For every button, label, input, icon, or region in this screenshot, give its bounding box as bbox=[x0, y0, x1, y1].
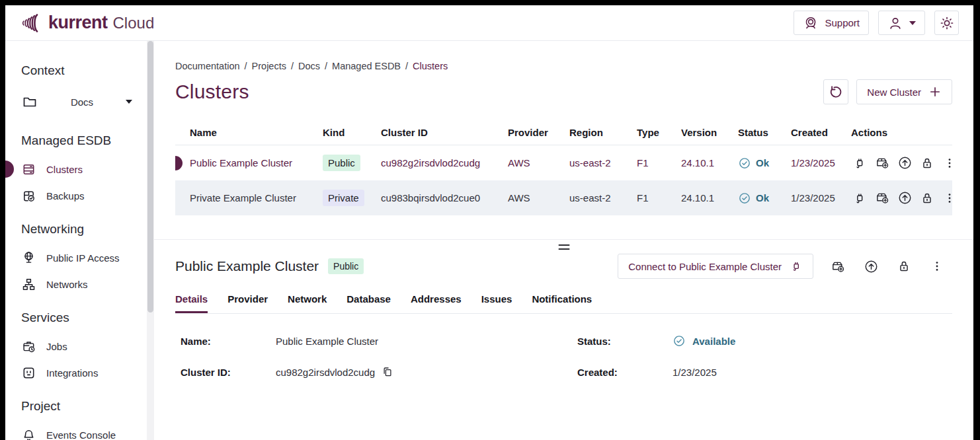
kebab-menu-icon[interactable] bbox=[928, 258, 946, 275]
column-header-cluster-id: Cluster ID bbox=[381, 127, 508, 138]
kind-badge: Private bbox=[323, 190, 364, 206]
tab-network[interactable]: Network bbox=[288, 293, 327, 313]
context-select-value: Docs bbox=[38, 96, 126, 108]
sidebar-item-label: Clusters bbox=[46, 164, 83, 175]
kurrent-cloud-logo[interactable]: kurrent Cloud bbox=[21, 13, 154, 33]
tab-provider[interactable]: Provider bbox=[227, 293, 268, 313]
sidebar-item-networks[interactable]: Networks bbox=[21, 271, 132, 297]
column-header-region: Region bbox=[569, 127, 637, 138]
breadcrumb-managed-esdb[interactable]: Managed ESDB bbox=[332, 61, 401, 71]
upgrade-arrow-icon[interactable] bbox=[896, 155, 913, 172]
sidebar-item-integrations[interactable]: Integrations bbox=[21, 359, 132, 386]
copy-icon[interactable] bbox=[382, 366, 393, 378]
sidebar-item-events-console[interactable]: Events Console bbox=[21, 422, 132, 440]
cell-type: F1 bbox=[637, 192, 681, 203]
sidebar-item-label: Integrations bbox=[46, 367, 98, 379]
create-backup-icon[interactable] bbox=[874, 155, 891, 172]
brand-suffix: Cloud bbox=[113, 14, 155, 32]
create-backup-icon[interactable] bbox=[874, 190, 891, 207]
top-header: kurrent Cloud Support bbox=[5, 5, 973, 41]
new-cluster-label: New Cluster bbox=[867, 87, 921, 98]
tab-details[interactable]: Details bbox=[175, 293, 208, 313]
status-text: Available bbox=[692, 336, 735, 347]
tab-addresses[interactable]: Addresses bbox=[411, 293, 462, 313]
field-label-name: Name: bbox=[175, 336, 276, 347]
refresh-button[interactable] bbox=[823, 79, 848, 104]
user-menu-button[interactable] bbox=[878, 11, 925, 35]
breadcrumb-projects[interactable]: Projects bbox=[252, 61, 286, 71]
breadcrumb-current: Clusters bbox=[413, 61, 448, 71]
theme-toggle-button[interactable] bbox=[934, 11, 959, 35]
cell-actions bbox=[851, 190, 958, 207]
breadcrumb-docs[interactable]: Docs bbox=[298, 61, 320, 71]
cell-name: Public Example Cluster bbox=[190, 157, 292, 168]
clusters-icon bbox=[21, 162, 36, 177]
column-header-kind: Kind bbox=[323, 127, 381, 138]
check-circle-icon bbox=[673, 334, 686, 348]
support-agent-icon bbox=[803, 15, 819, 31]
sidebar-item-public-ip-access[interactable]: Public IP Access bbox=[21, 244, 132, 271]
globe-network-icon bbox=[21, 250, 36, 266]
kebab-menu-icon[interactable] bbox=[941, 155, 958, 172]
cell-created: 1/23/2025 bbox=[791, 157, 851, 168]
sidebar-scrollbar-thumb[interactable] bbox=[147, 41, 153, 312]
breadcrumb-documentation[interactable]: Documentation bbox=[175, 61, 240, 71]
cell-status: Ok bbox=[738, 192, 791, 205]
drag-handle-icon[interactable] bbox=[558, 244, 569, 250]
cell-type: F1 bbox=[637, 157, 681, 168]
cell-provider: AWS bbox=[508, 157, 569, 168]
upgrade-arrow-icon[interactable] bbox=[896, 190, 913, 207]
tab-notifications[interactable]: Notifications bbox=[532, 293, 592, 313]
tab-database[interactable]: Database bbox=[347, 293, 391, 313]
connect-plug-icon[interactable] bbox=[851, 190, 868, 207]
column-header-type: Type bbox=[637, 127, 681, 138]
table-row[interactable]: Public Example Cluster Public cu982g2irs… bbox=[175, 145, 952, 180]
kurrent-waves-icon bbox=[21, 14, 42, 32]
lock-icon[interactable] bbox=[895, 258, 913, 275]
field-value-status: Available bbox=[673, 334, 735, 348]
connect-plug-icon[interactable] bbox=[851, 155, 868, 172]
new-cluster-button[interactable]: New Cluster bbox=[856, 79, 952, 104]
field-label-cluster-id: Cluster ID: bbox=[175, 367, 276, 378]
kebab-menu-icon[interactable] bbox=[941, 190, 958, 207]
lock-icon[interactable] bbox=[919, 190, 936, 207]
active-indicator bbox=[5, 161, 14, 178]
section-title-context: Context bbox=[21, 63, 132, 78]
column-header-status: Status bbox=[738, 127, 791, 138]
upgrade-arrow-icon[interactable] bbox=[862, 258, 879, 275]
folder-icon bbox=[21, 94, 38, 110]
detail-fields: Name: Public Example Cluster Status: Ava… bbox=[175, 334, 952, 379]
user-icon bbox=[887, 15, 903, 31]
detail-kind-badge: Public bbox=[328, 258, 364, 274]
status-text: Ok bbox=[756, 157, 769, 168]
connect-to-cluster-button[interactable]: Connect to Public Example Cluster bbox=[618, 254, 813, 279]
table-row[interactable]: Private Example Cluster Private cu983bqi… bbox=[175, 180, 952, 215]
refresh-icon bbox=[829, 85, 843, 99]
sun-icon bbox=[939, 15, 955, 31]
sidebar-scrollbar[interactable] bbox=[147, 41, 154, 440]
connect-button-label: Connect to Public Example Cluster bbox=[628, 261, 782, 272]
check-circle-icon bbox=[738, 192, 751, 205]
support-button[interactable]: Support bbox=[794, 11, 869, 35]
field-label-status: Status: bbox=[572, 336, 673, 347]
sidebar-item-backups[interactable]: Backups bbox=[21, 182, 132, 209]
cell-cluster-id: cu983bqirsdvlod2cue0 bbox=[381, 192, 508, 203]
column-header-name: Name bbox=[175, 127, 323, 138]
field-value-created: 1/23/2025 bbox=[673, 367, 717, 378]
column-header-actions: Actions bbox=[851, 127, 952, 138]
context-select[interactable]: Docs bbox=[21, 94, 132, 110]
column-header-version: Version bbox=[681, 127, 738, 138]
lock-icon[interactable] bbox=[919, 155, 936, 172]
backups-icon bbox=[21, 188, 36, 203]
tab-issues[interactable]: Issues bbox=[481, 293, 512, 313]
create-backup-icon[interactable] bbox=[829, 258, 846, 275]
sidebar-item-clusters[interactable]: Clusters bbox=[21, 156, 132, 182]
brand-name: kurrent bbox=[48, 13, 108, 33]
plug-icon bbox=[790, 260, 803, 273]
cell-name: Private Example Cluster bbox=[190, 192, 296, 203]
field-cluster-id: Cluster ID: cu982g2irsdvlod2cudg bbox=[175, 365, 572, 379]
field-value-cluster-id: cu982g2irsdvlod2cudg bbox=[276, 367, 375, 378]
cluster-detail-panel: Public Example Cluster Public Connect to… bbox=[175, 254, 952, 379]
sidebar-item-jobs[interactable]: Jobs bbox=[21, 333, 132, 359]
bell-icon bbox=[21, 427, 36, 440]
